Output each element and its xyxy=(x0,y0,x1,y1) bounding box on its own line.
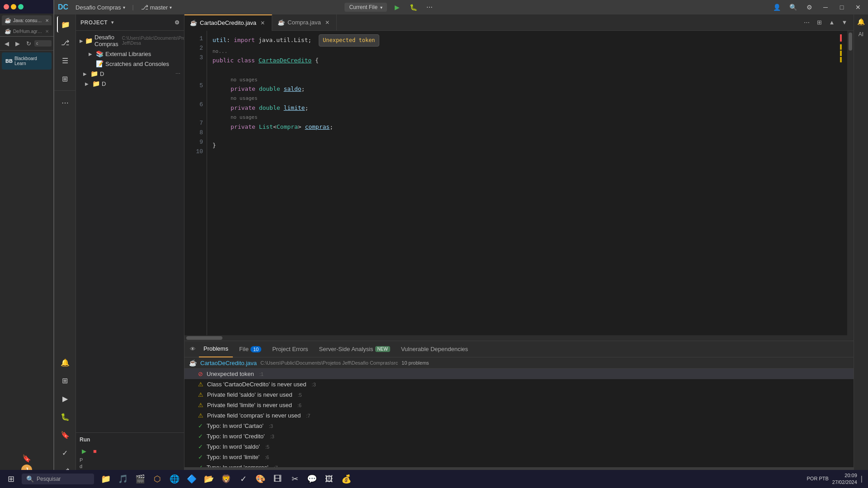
more-run-options[interactable]: ⋯ xyxy=(423,1,436,14)
taskbar-app-brave[interactable]: 🦁 xyxy=(218,471,234,487)
vertical-scrollbar[interactable] xyxy=(847,31,854,335)
run-button[interactable]: ▶ xyxy=(391,1,403,14)
taskbar-app-4[interactable]: 🎬 xyxy=(132,471,148,487)
sidebar-icon-debug[interactable]: 🐛 xyxy=(57,408,73,425)
tab-close-2[interactable]: ✕ xyxy=(324,19,331,26)
tab-action-more[interactable]: ⋯ xyxy=(801,17,812,28)
problem-item-9[interactable]: ✓ Typo: In word 'compras' :7 xyxy=(184,462,854,467)
sidebar-icon-structure[interactable]: ☰ xyxy=(57,52,73,69)
problem-item-1[interactable]: ⚠ Class 'CartaoDeCredito' is never used … xyxy=(184,379,854,389)
close-btn[interactable] xyxy=(4,4,9,9)
sidebar-icon-hierarchy[interactable]: ⊞ xyxy=(57,70,73,87)
problem-item-6[interactable]: ✓ Typo: In word 'Credito' :3 xyxy=(184,431,854,441)
tab-server-side[interactable]: Server-Side Analysis NEW xyxy=(315,341,395,357)
bookmarks-icon[interactable]: 🔖 xyxy=(22,454,31,463)
taskbar-app-3[interactable]: 🎵 xyxy=(115,471,131,487)
taskbar-app-files[interactable]: 📂 xyxy=(201,471,217,487)
horizontal-scrollbar[interactable] xyxy=(184,335,854,341)
taskbar-app-explorer[interactable]: 📁 xyxy=(98,471,114,487)
tree-more[interactable]: ⋯ xyxy=(175,71,180,77)
problem-item-8[interactable]: ✓ Typo: In word 'limite' :6 xyxy=(184,452,854,462)
tab-file[interactable]: File 10 xyxy=(235,341,266,357)
tree-item-desafio[interactable]: ▶ 📁 Desafio Compras C:\Users\Public\Docu… xyxy=(76,33,184,49)
browser-tab-1[interactable]: ☕ Java: consumindo API, gravan... ✕ xyxy=(2,15,52,25)
run-play-btn[interactable]: ▶ xyxy=(80,446,89,455)
taskbar-app-lucros[interactable]: 💰 xyxy=(338,471,354,487)
project-selector[interactable]: Desafio Compras ▾ xyxy=(72,2,128,13)
panel-settings[interactable]: ⚙ xyxy=(175,19,180,26)
maximize-button[interactable]: □ xyxy=(835,1,848,14)
taskbar-clock[interactable]: 20:09 27/02/2024 xyxy=(832,472,857,486)
show-desktop-btn[interactable]: | xyxy=(861,475,863,483)
eye-icon[interactable]: 👁 xyxy=(188,345,197,354)
run-stop-btn[interactable]: ■ xyxy=(90,446,99,455)
problem-item-0[interactable]: ⊘ Unexpected token :1 xyxy=(184,369,854,379)
tab-action-scroll-up[interactable]: ▲ xyxy=(826,17,837,28)
address-bar[interactable]: c xyxy=(34,40,52,47)
code-editor[interactable]: 1 2 3 5 6 7 8 9 10 xyxy=(184,31,854,341)
sidebar-icon-more[interactable]: ⋯ xyxy=(57,94,73,111)
sidebar-icon-run[interactable]: ▶ xyxy=(57,390,73,407)
problem-item-2[interactable]: ⚠ Private field 'saldo' is never used :5 xyxy=(184,389,854,400)
problem-file-header[interactable]: ☕ CartaoDeCredito.java C:\Users\Public\D… xyxy=(184,357,854,369)
tab-compra[interactable]: ☕ Compra.java ✕ xyxy=(272,14,337,31)
start-button[interactable]: ⊞ xyxy=(2,470,20,488)
code-view[interactable]: util: import java.util.List; Unexpected … xyxy=(207,31,847,335)
forward-btn[interactable]: ▶ xyxy=(13,38,23,48)
taskbar-app-edge[interactable]: 🔷 xyxy=(184,471,200,487)
taskbar-search[interactable]: 🔍 Pesquisar xyxy=(22,474,94,484)
notification-icon[interactable]: 🔔 xyxy=(856,16,867,27)
close-button[interactable]: ✕ xyxy=(852,1,864,14)
taskbar-app-ide[interactable]: ⬡ xyxy=(149,471,165,487)
problem-item-3[interactable]: ⚠ Private field 'limite' is never used :… xyxy=(184,400,854,410)
tab-close-1[interactable]: ✕ xyxy=(259,19,266,27)
reload-btn[interactable]: ↻ xyxy=(24,38,33,48)
sidebar-icon-commit[interactable]: ⎇ xyxy=(57,34,73,51)
sidebar-icon-notifications[interactable]: 🔔 xyxy=(57,354,73,371)
tab-problems[interactable]: Problems xyxy=(199,341,233,357)
scrollbar-thumb[interactable] xyxy=(849,33,852,51)
taskbar-app-chrome[interactable]: 🌐 xyxy=(166,471,183,487)
tab-vulnerable[interactable]: Vulnerable Dependencies xyxy=(396,341,472,357)
user-icon[interactable]: 👤 xyxy=(770,1,783,14)
max-btn[interactable] xyxy=(18,4,24,9)
taskbar-app-figma[interactable]: 🖼 xyxy=(321,471,337,487)
taskbar-app-discord[interactable]: 💬 xyxy=(304,471,320,487)
warn-marker-3 xyxy=(840,57,842,62)
problem-item-4[interactable]: ⚠ Private field 'compras' is never used … xyxy=(184,410,854,421)
sidebar-icon-terminal[interactable]: ⊞ xyxy=(57,372,73,389)
sidebar-icon-todo[interactable]: ✓ xyxy=(57,445,73,461)
debug-button[interactable]: 🐛 xyxy=(407,1,420,14)
run-item-d[interactable]: d xyxy=(80,464,180,469)
ai-icon[interactable]: AI xyxy=(856,29,867,40)
taskbar-app-ae[interactable]: 🎞 xyxy=(269,471,286,487)
blackboard-item[interactable]: BB Blackboard Learn xyxy=(2,52,52,70)
h-scrollbar-thumb[interactable] xyxy=(186,336,222,340)
tab-action-split[interactable]: ⊞ xyxy=(814,17,825,28)
run-item-p[interactable]: P xyxy=(80,457,180,463)
settings-button[interactable]: ⚙ xyxy=(803,1,816,14)
browser-tab-2[interactable]: ☕ De/Hum.agros.pacote... ✕ xyxy=(2,26,52,36)
tab-cartao[interactable]: ☕ CartaoDeCredito.java ✕ xyxy=(184,14,272,31)
taskbar-app-ps[interactable]: 🎨 xyxy=(252,471,269,487)
taskbar-app-tick[interactable]: ✓ xyxy=(235,471,251,487)
tab-project-errors[interactable]: Project Errors xyxy=(268,341,312,357)
sidebar-icon-project[interactable]: 📁 xyxy=(57,16,73,33)
problem-item-5[interactable]: ✓ Typo: In word 'Cartao' :3 xyxy=(184,421,854,431)
min-btn[interactable] xyxy=(11,4,16,9)
run-config[interactable]: Current File ▾ xyxy=(344,3,387,12)
panel-dropdown[interactable]: ▾ xyxy=(111,20,114,25)
java-file-icon: ☕ xyxy=(189,359,197,366)
problem-item-7[interactable]: ✓ Typo: In word 'saldo' :5 xyxy=(184,441,854,452)
back-btn[interactable]: ◀ xyxy=(2,38,12,48)
tree-item-scratches[interactable]: 📝 Scratches and Consoles xyxy=(76,59,184,69)
tab-action-scroll-down[interactable]: ▼ xyxy=(839,17,850,28)
tree-item-d1[interactable]: ▶ 📁 D ⋯ xyxy=(76,69,184,79)
search-button[interactable]: 🔍 xyxy=(787,1,799,14)
minimize-button[interactable]: ─ xyxy=(819,1,832,14)
sidebar-icon-bookmark[interactable]: 🔖 xyxy=(57,427,73,443)
tree-item-d2[interactable]: ▶ 📁 D xyxy=(76,79,184,89)
tree-item-external[interactable]: ▶ 📚 External Libraries xyxy=(76,49,184,59)
branch-selector[interactable]: ⎇ master ▾ xyxy=(137,2,176,13)
taskbar-app-clip[interactable]: ✂ xyxy=(287,471,303,487)
